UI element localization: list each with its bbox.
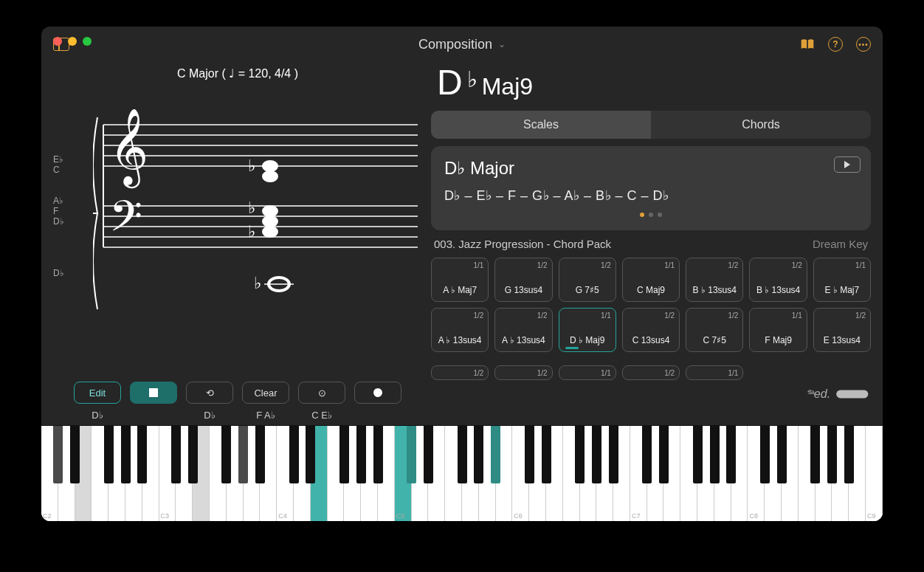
black-key[interactable] bbox=[289, 426, 299, 483]
svg-text:𝆮ed.: 𝆮ed. bbox=[806, 387, 831, 400]
play-scale-button[interactable] bbox=[834, 156, 861, 173]
black-key[interactable] bbox=[407, 426, 416, 483]
black-key[interactable] bbox=[137, 426, 147, 483]
chord-duration: 1/2 bbox=[664, 311, 675, 320]
chord-card[interactable]: 1/1 C Maj9 bbox=[622, 258, 680, 302]
black-key[interactable] bbox=[104, 426, 114, 483]
chord-card[interactable]: 1/2 A ♭ 13sus4 bbox=[431, 308, 489, 352]
black-key[interactable] bbox=[726, 426, 736, 483]
staff-area: E♭ C A♭ F D♭ D♭ bbox=[53, 80, 422, 382]
scale-page-dots[interactable] bbox=[444, 213, 858, 217]
page-dot[interactable] bbox=[640, 213, 644, 217]
chord-duration: 1/2 bbox=[855, 311, 866, 320]
more-icon[interactable]: ••• bbox=[856, 37, 871, 52]
black-key[interactable] bbox=[659, 426, 669, 483]
black-key[interactable] bbox=[474, 426, 483, 483]
scale-notes: D♭ – E♭ – F – G♭ – A♭ – B♭ – C – D♭ bbox=[444, 187, 858, 204]
black-key[interactable] bbox=[491, 426, 500, 483]
black-key[interactable] bbox=[827, 426, 837, 483]
page-dot[interactable] bbox=[658, 213, 662, 217]
piano-keyboard[interactable]: C2C3C4C5C6C7C8C9 bbox=[41, 425, 883, 521]
octave-label: C7 bbox=[632, 512, 641, 520]
chord-card[interactable]: 1/2 B ♭ 13sus4 bbox=[686, 258, 743, 302]
chord-grid: 1/1 A ♭ Maj7 1/2 G 13sus4 1/2 G 7♯5 1/1 … bbox=[431, 258, 871, 352]
black-key[interactable] bbox=[609, 426, 618, 483]
black-key[interactable] bbox=[53, 426, 63, 483]
black-key[interactable] bbox=[339, 426, 349, 483]
stop-button[interactable] bbox=[130, 382, 177, 404]
options-button[interactable]: ⊙ bbox=[298, 382, 345, 404]
notation-panel: C Major ( ♩ = 120, 4/4 ) E♭ C A♭ F D♭ D♭ bbox=[53, 62, 422, 421]
help-icon[interactable]: ? bbox=[828, 37, 843, 52]
black-key[interactable] bbox=[255, 426, 265, 483]
minimize-window-button[interactable] bbox=[68, 37, 77, 46]
black-key[interactable] bbox=[760, 426, 770, 483]
chord-card[interactable]: 1/2 A ♭ 13sus4 bbox=[494, 308, 552, 352]
chord-label: C Maj9 bbox=[623, 285, 679, 295]
black-key[interactable] bbox=[592, 426, 601, 483]
library-icon[interactable] bbox=[800, 37, 815, 52]
tab-scales[interactable]: Scales bbox=[431, 111, 651, 139]
black-key[interactable] bbox=[693, 426, 703, 483]
chord-card[interactable]: 1/1 bbox=[559, 365, 616, 380]
chord-card[interactable]: 1/1 F Maj9 bbox=[749, 308, 807, 352]
edit-button[interactable]: Edit bbox=[74, 382, 121, 404]
chord-card[interactable]: 1/2 G 13sus4 bbox=[494, 258, 552, 302]
white-key[interactable]: C9 bbox=[866, 426, 883, 521]
black-key[interactable] bbox=[221, 426, 231, 483]
chord-duration: 1/2 bbox=[728, 261, 739, 269]
black-key[interactable] bbox=[171, 426, 181, 483]
black-key[interactable] bbox=[642, 426, 652, 483]
black-key[interactable] bbox=[777, 426, 787, 483]
chord-card[interactable]: 1/2 E 13sus4 bbox=[813, 308, 871, 352]
black-key[interactable] bbox=[458, 426, 467, 483]
record-button[interactable] bbox=[354, 382, 401, 404]
black-key[interactable] bbox=[238, 426, 248, 483]
chord-card[interactable]: 1/2 bbox=[431, 365, 489, 380]
black-key[interactable] bbox=[373, 426, 383, 483]
note-name: C bbox=[53, 165, 60, 175]
chord-duration: 1/2 bbox=[728, 311, 739, 320]
black-key[interactable] bbox=[121, 426, 131, 483]
black-key[interactable] bbox=[188, 426, 198, 483]
black-key[interactable] bbox=[525, 426, 534, 483]
black-key[interactable] bbox=[424, 426, 433, 483]
black-key[interactable] bbox=[70, 426, 80, 483]
main-content: C Major ( ♩ = 120, 4/4 ) E♭ C A♭ F D♭ D♭ bbox=[41, 62, 883, 425]
chord-card[interactable]: 1/2 C 13sus4 bbox=[622, 308, 680, 352]
tab-chords[interactable]: Chords bbox=[651, 111, 871, 139]
loop-button[interactable]: ⟲ bbox=[186, 382, 233, 404]
black-key[interactable] bbox=[542, 426, 551, 483]
view-title: Composition bbox=[418, 37, 492, 52]
chord-card[interactable]: 1/2 bbox=[622, 365, 680, 380]
chord-label: C 7♯5 bbox=[686, 335, 742, 345]
sustain-pedal-icon[interactable]: 𝆮ed. bbox=[804, 385, 871, 407]
black-key[interactable] bbox=[306, 426, 315, 483]
black-key[interactable] bbox=[844, 426, 854, 483]
grand-staff[interactable]: 𝄞 𝄢 ♭ ♭ bbox=[93, 95, 422, 320]
scale-card[interactable]: D♭ Major D♭ – E♭ – F – G♭ – A♭ – B♭ – C … bbox=[431, 146, 871, 230]
chord-card[interactable]: 1/2 C 7♯5 bbox=[686, 308, 743, 352]
chord-duration: 1/2 bbox=[664, 369, 675, 377]
page-dot[interactable] bbox=[649, 213, 653, 217]
note-name: F bbox=[53, 206, 58, 216]
black-key[interactable] bbox=[575, 426, 585, 483]
chord-label: G 7♯5 bbox=[559, 285, 616, 295]
close-window-button[interactable] bbox=[53, 37, 62, 46]
chord-card[interactable]: 1/2 G 7♯5 bbox=[559, 258, 616, 302]
chord-card[interactable]: 1/1 D ♭ Maj9 bbox=[559, 308, 616, 352]
black-key[interactable] bbox=[810, 426, 820, 483]
view-selector[interactable]: Composition ⌄ bbox=[418, 37, 506, 52]
note-name: E♭ bbox=[53, 154, 63, 165]
black-key[interactable] bbox=[710, 426, 720, 483]
fullscreen-window-button[interactable] bbox=[83, 37, 92, 46]
clear-button[interactable]: Clear bbox=[242, 382, 289, 404]
chord-label: C 13sus4 bbox=[623, 335, 679, 345]
black-key[interactable] bbox=[356, 426, 366, 483]
header-bar: Composition ⌄ ? ••• bbox=[41, 27, 883, 62]
chord-card[interactable]: 1/1 A ♭ Maj7 bbox=[431, 258, 489, 302]
chord-card[interactable]: 1/1 E ♭ Maj7 bbox=[813, 258, 871, 302]
chord-card[interactable]: 1/2 B ♭ 13sus4 bbox=[749, 258, 807, 302]
chord-card[interactable]: 1/1 bbox=[686, 365, 743, 380]
chord-card[interactable]: 1/2 bbox=[494, 365, 552, 380]
